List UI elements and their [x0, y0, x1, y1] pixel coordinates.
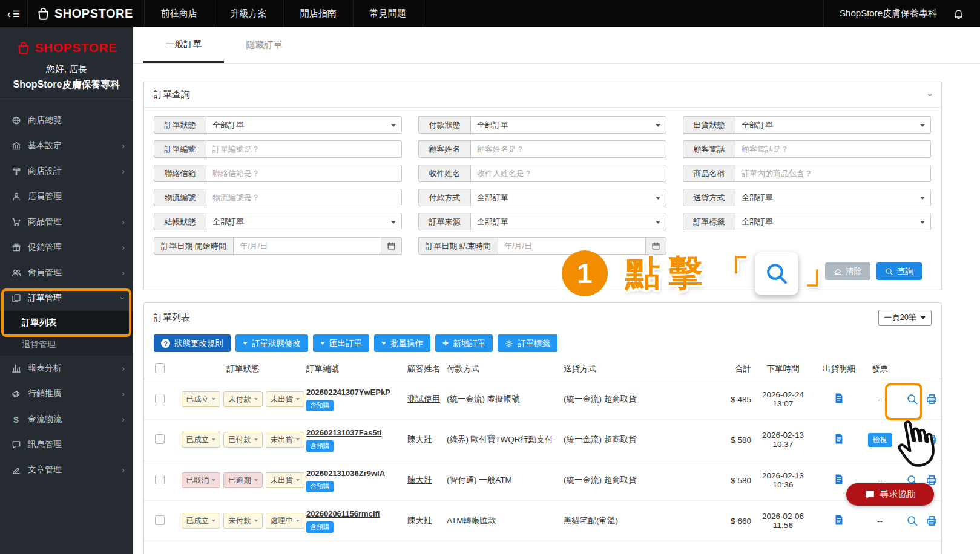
recipient-name-input[interactable] [470, 165, 666, 182]
view-order-search-icon[interactable] [906, 393, 918, 405]
checkout-status-select[interactable]: 全部訂單 [206, 213, 402, 230]
order-number-link[interactable]: 202602241307YwEPkP [306, 388, 390, 397]
view-order-search-icon[interactable] [906, 434, 918, 446]
order-tag-select[interactable]: 全部訂單 [735, 213, 931, 230]
nav-faq[interactable]: 常見問題 [353, 0, 423, 27]
sidebar-subitem-order-list[interactable]: 訂單列表 [0, 311, 133, 334]
order-number-link[interactable]: 202602061156rmcifi [306, 509, 380, 518]
page-size-select[interactable]: 一頁20筆 [878, 310, 932, 326]
help-button[interactable]: 尋求協助 [846, 483, 934, 506]
select-caret-icon [656, 221, 660, 224]
customer-link[interactable]: 測試使用 [407, 394, 440, 403]
row-checkbox[interactable] [155, 515, 165, 525]
shipping-status-chip[interactable]: 未出貨 [266, 432, 305, 448]
shipping-status-chip[interactable]: 未出貨 [266, 391, 305, 407]
search-button[interactable]: 查詢 [876, 262, 922, 280]
sidebar-item-store-design[interactable]: 商店設計 › [0, 158, 133, 184]
date-start-label: 訂單日期 開始時間 [154, 237, 233, 255]
print-order-icon[interactable] [926, 515, 938, 527]
order-status-chip[interactable]: 已取消 [182, 472, 221, 488]
sidebar-item-finance-logistics[interactable]: $ 金流物流 › [0, 406, 133, 432]
sidebar-item-basic-settings[interactable]: 基本設定 › [0, 133, 133, 158]
tab-hidden-orders[interactable]: 隱藏訂單 [224, 27, 304, 63]
account-name[interactable]: ShopStore皮膚保養專科 [840, 8, 937, 19]
add-order-button[interactable]: + 新增訂單 [435, 334, 493, 352]
order-number-link[interactable]: 202602131036Zr9wlA [306, 469, 385, 478]
payment-status-chip[interactable]: 未付款 [223, 391, 263, 407]
nav-go-to-store[interactable]: 前往商店 [144, 0, 214, 27]
customer-link[interactable]: 陳大壯 [407, 516, 432, 525]
sidebar-item-reports[interactable]: 報表分析 › [0, 356, 133, 381]
sidebar-item-store-overview[interactable]: 商店總覽 [0, 108, 133, 133]
select-all-checkbox[interactable] [155, 363, 165, 373]
modify-order-status-button[interactable]: 訂單狀態修改 [235, 334, 308, 352]
sidebar-item-articles[interactable]: 文章管理 › [0, 457, 133, 483]
panel-collapse-chevron-icon[interactable]: › [924, 93, 935, 96]
row-checkbox[interactable] [155, 434, 165, 444]
order-status-chip[interactable]: 已成立 [182, 513, 221, 529]
shipping-method-select[interactable]: 全部訂單 [735, 189, 931, 206]
sidebar-item-products[interactable]: 商品管理 › [0, 209, 133, 235]
shopstore-logo-icon [16, 41, 31, 55]
customer-name-input[interactable] [470, 140, 666, 158]
export-orders-button[interactable]: 匯出訂單 [313, 334, 369, 352]
clear-button[interactable]: 清除 [825, 262, 870, 280]
sidebar-item-messages[interactable]: 訊息管理 [0, 432, 133, 457]
date-end-input[interactable] [498, 237, 646, 255]
search-icon [885, 267, 893, 276]
topbar-logo[interactable]: SHOPSTORE [28, 0, 144, 27]
payment-status-chip[interactable]: 未付款 [223, 513, 263, 529]
order-number-link[interactable]: 202602131037Fas5ti [306, 428, 381, 437]
order-status-chip[interactable]: 已成立 [182, 432, 221, 448]
chevron-right-icon: › [122, 243, 125, 252]
shipping-detail-doc-icon[interactable] [833, 473, 845, 486]
sidebar-item-marketing[interactable]: 行銷推廣 › [0, 381, 133, 406]
sidebar-item-members[interactable]: 會員管理 › [0, 260, 133, 285]
shipping-detail-doc-icon[interactable] [833, 392, 845, 405]
sidebar-item-promotions[interactable]: 促銷管理 › [0, 235, 133, 260]
select-caret-icon [391, 124, 396, 127]
calendar-icon[interactable] [646, 237, 666, 255]
sidebar-item-staff[interactable]: 店員管理 [0, 184, 133, 209]
row-checkbox[interactable] [155, 394, 165, 403]
customer-link[interactable]: 陳大壯 [407, 475, 432, 484]
shipping-status-chip[interactable]: 未出貨 [266, 472, 305, 488]
order-no-input[interactable] [206, 140, 402, 158]
customer-phone-field: 顧客電話 [683, 140, 931, 158]
sidebar-subitem-returns[interactable]: 退貨管理 [0, 334, 133, 356]
customer-link[interactable]: 陳大壯 [407, 435, 432, 444]
sidebar-collapse-button[interactable]: ‹ ☰ [0, 0, 28, 27]
product-name-input[interactable] [735, 165, 931, 182]
payment-status-chip[interactable]: 已付款 [223, 432, 263, 448]
print-order-icon[interactable] [926, 434, 938, 446]
shipping-detail-doc-icon[interactable] [833, 513, 845, 526]
tab-general-orders[interactable]: 一般訂單 [143, 27, 224, 63]
nav-upgrade-plan[interactable]: 升級方案 [214, 0, 283, 27]
bell-icon[interactable] [953, 8, 964, 19]
date-start-input[interactable] [233, 237, 381, 255]
payment-status-chip[interactable]: 已逾期 [223, 472, 263, 488]
order-source-select[interactable]: 全部訂單 [470, 213, 666, 230]
order-source-label: 訂單來源 [418, 213, 470, 230]
shipping-detail-doc-icon[interactable] [833, 432, 845, 445]
batch-operations-button[interactable]: 批量操作 [374, 334, 430, 352]
shipping-status-label: 出貨狀態 [683, 116, 735, 134]
payment-method-select[interactable]: 全部訂單 [470, 189, 666, 206]
contact-email-input[interactable] [206, 165, 402, 182]
logistics-no-input[interactable] [206, 189, 402, 206]
payment-status-select[interactable]: 全部訂單 [470, 116, 666, 134]
invoice-view-badge[interactable]: 檢視 [868, 433, 892, 447]
print-order-icon[interactable] [926, 393, 938, 405]
row-checkbox[interactable] [155, 475, 165, 484]
order-status-chip[interactable]: 已成立 [182, 391, 221, 407]
shipping-status-select[interactable]: 全部訂單 [735, 116, 931, 134]
calendar-icon[interactable] [381, 237, 402, 255]
order-status-select[interactable]: 全部訂單 [206, 116, 402, 134]
status-change-rules-button[interactable]: ? 狀態更改規則 [154, 334, 231, 352]
customer-phone-input[interactable] [735, 140, 931, 158]
shipping-status-chip[interactable]: 處理中 [266, 513, 305, 529]
view-order-search-icon[interactable] [906, 515, 918, 527]
sidebar-item-orders[interactable]: 訂單管理 › [0, 285, 133, 311]
order-tags-button[interactable]: 訂單標籤 [498, 334, 557, 352]
nav-store-guide[interactable]: 開店指南 [283, 0, 353, 27]
